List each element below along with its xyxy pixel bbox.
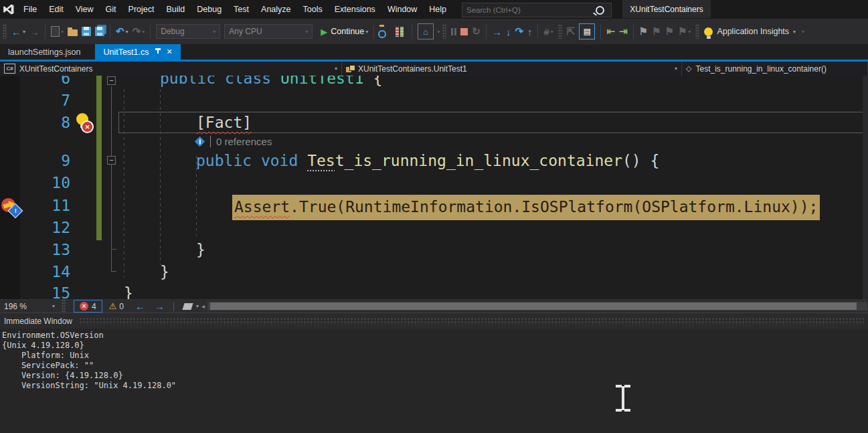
line-number[interactable]: 6	[40, 76, 70, 90]
toggle-structure-button[interactable]: ▤	[577, 23, 597, 39]
tab-unittest1[interactable]: UnitTest1.cs ✕	[95, 44, 180, 60]
search-input[interactable]	[462, 5, 596, 15]
menu-git[interactable]: Git	[100, 0, 122, 19]
navigate-back-button[interactable]: ←▾	[9, 23, 27, 39]
horizontal-scrollbar[interactable]	[207, 302, 867, 311]
solution-platform-dropdown[interactable]: Any CPU▾	[224, 24, 313, 39]
member-dropdown[interactable]: ◇ Test_is_running_in_linux_container()	[682, 62, 868, 76]
project-dropdown[interactable]: C# XUnitTestContainers ▾	[0, 62, 342, 76]
undo-button[interactable]: ↶▾	[114, 23, 131, 39]
chevron-down-icon[interactable]: ▾	[688, 29, 691, 35]
immediate-window-header[interactable]: Immediate Window	[0, 313, 868, 329]
app-insights-caret-icon[interactable]: ▾	[793, 29, 796, 35]
stop-button[interactable]	[458, 23, 470, 39]
undo-caret-icon[interactable]: ▾	[126, 29, 128, 35]
code-line-10[interactable]: 10	[0, 172, 868, 194]
search-box[interactable]	[462, 3, 612, 17]
compare-files-button[interactable]	[394, 23, 408, 39]
redo-button[interactable]: ↷▾	[131, 23, 147, 39]
quick-actions-lightbulb[interactable]: ✕	[72, 113, 95, 135]
error-count-button[interactable]: ✕ 4	[74, 300, 102, 313]
unindent-button[interactable]: ⇤	[604, 23, 617, 39]
splitter-grip[interactable]	[62, 299, 66, 314]
warning-count-button[interactable]: ⚠ 0	[102, 301, 131, 311]
code-text[interactable]: }	[124, 282, 133, 299]
menu-extensions[interactable]: Extensions	[329, 0, 381, 19]
close-icon[interactable]: ✕	[167, 48, 173, 56]
toggle-bookmark-button[interactable]: ⚑	[637, 23, 650, 39]
immediate-window-content[interactable]: Environment.OSVersion{Unix 4.19.128.0} P…	[0, 329, 868, 391]
code-text[interactable]: public void Test_is_running_in_linux_con…	[196, 150, 659, 172]
next-bookmark-button[interactable]: ⚑	[663, 23, 675, 39]
pause-button[interactable]	[449, 23, 458, 39]
redo-caret-icon[interactable]: ▾	[142, 29, 145, 35]
back-caret-icon[interactable]: ▾	[23, 29, 25, 35]
restart-button[interactable]: ↻	[470, 23, 483, 39]
toolbar-overflow-icon[interactable]: ▾	[802, 29, 804, 35]
line-number[interactable]: 11	[40, 195, 70, 217]
line-number[interactable]: 7	[40, 90, 70, 112]
menu-tools[interactable]: Tools	[297, 0, 329, 19]
code-editor[interactable]: 6−public class UnitTest1 {78[Fact]0 refe…	[0, 76, 868, 299]
line-number[interactable]: 13	[40, 239, 70, 261]
toolbar-grip[interactable]	[442, 24, 446, 39]
save-all-button[interactable]	[93, 23, 106, 39]
menu-help[interactable]: Help	[423, 0, 452, 19]
code-line-15[interactable]: 15}	[0, 282, 868, 299]
code-line-11[interactable]: 11Assert.True(RuntimeInformation.IsOSPla…	[0, 195, 868, 217]
toolbar-grip[interactable]	[558, 24, 562, 39]
fold-collapse-icon[interactable]: −	[107, 76, 116, 85]
chevron-down-icon[interactable]: ▾	[551, 29, 553, 35]
line-number[interactable]: 10	[40, 172, 70, 194]
menu-analyze[interactable]: Analyze	[255, 0, 296, 19]
save-button[interactable]	[80, 23, 93, 39]
continue-button[interactable]: ▶ Continue ▾	[319, 23, 370, 39]
code-cleanup-icon[interactable]	[182, 303, 193, 310]
previous-issue-button[interactable]: ←	[131, 300, 150, 312]
menu-test[interactable]: Test	[228, 0, 255, 19]
toolbar-grip[interactable]	[695, 24, 699, 39]
search-icon[interactable]	[596, 6, 604, 15]
open-file-button[interactable]	[66, 23, 80, 39]
line-number[interactable]: 12	[40, 217, 70, 239]
toggle-whitespace-button[interactable]: #▾	[541, 23, 555, 39]
tab-launchsettings[interactable]: launchSettings.json	[0, 44, 88, 60]
step-out-button[interactable]: ↑	[525, 23, 535, 39]
toolbar-grip[interactable]	[3, 24, 7, 39]
line-number[interactable]: 9	[40, 150, 70, 172]
code-text[interactable]: }	[160, 261, 169, 283]
breakpoint-indicator[interactable]: !	[1, 196, 23, 220]
code-text[interactable]: public class UnitTest1 {	[160, 76, 382, 90]
line-number[interactable]: 14	[40, 261, 70, 283]
code-line-7[interactable]: 7	[0, 90, 868, 112]
insert-snippet-button[interactable]: ⇱	[565, 23, 578, 39]
menu-window[interactable]: Window	[381, 0, 423, 19]
indent-button[interactable]: ⇥	[617, 23, 630, 39]
previous-bookmark-button[interactable]: ⚑	[650, 23, 663, 39]
code-line-9[interactable]: 9−public void Test_is_running_in_linux_c…	[0, 150, 868, 172]
menu-build[interactable]: Build	[160, 0, 191, 19]
codelens-references-link[interactable]: 0 references	[196, 133, 272, 149]
code-line-14[interactable]: 14}	[0, 261, 868, 283]
menu-project[interactable]: Project	[122, 0, 161, 19]
next-issue-button[interactable]: →	[150, 300, 169, 312]
navigate-forward-button[interactable]: →	[27, 23, 41, 39]
menu-debug[interactable]: Debug	[191, 0, 228, 19]
pin-icon[interactable]	[154, 48, 162, 56]
codelens-text[interactable]: 0 references	[210, 136, 272, 147]
new-file-button[interactable]: ▾	[49, 23, 66, 39]
menu-view[interactable]: View	[70, 0, 100, 19]
toolbar-overflow-icon[interactable]: ▾	[437, 29, 440, 35]
code-text[interactable]: [Fact]	[196, 112, 252, 134]
menu-file[interactable]: File	[17, 0, 43, 19]
scrollbar-thumb[interactable]	[210, 302, 857, 310]
code-line-8[interactable]: 8[Fact]	[0, 112, 868, 134]
line-number[interactable]: 8	[40, 112, 70, 134]
step-over-button[interactable]: ↷	[513, 23, 525, 39]
solution-configuration-dropdown[interactable]: Debug▾	[156, 24, 220, 39]
step-into-button[interactable]: ↓	[504, 23, 513, 39]
show-next-statement-button[interactable]: →	[490, 23, 504, 39]
clear-bookmarks-button[interactable]: ⚑▾	[676, 23, 693, 39]
find-in-files-button[interactable]	[377, 23, 394, 39]
code-line-12[interactable]: 12	[0, 217, 868, 239]
